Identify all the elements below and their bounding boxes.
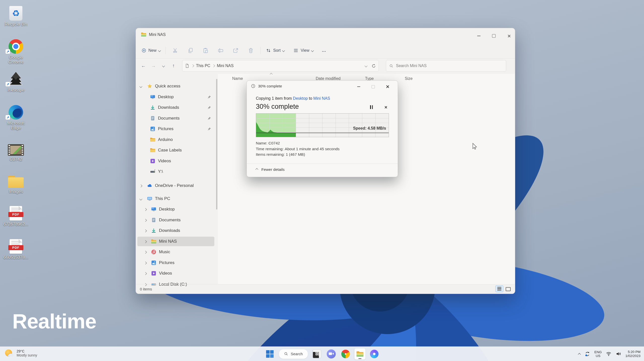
up-button[interactable]: ↑ bbox=[169, 61, 179, 70]
desktop-icon-c0742-video[interactable]: C0742 bbox=[2, 138, 30, 162]
chevron-collapsed-icon[interactable] bbox=[144, 229, 147, 232]
refresh-icon[interactable] bbox=[371, 64, 376, 68]
sidebar-item-y-drive[interactable]: Y:\ bbox=[137, 167, 214, 176]
sidebar-quick-access[interactable]: Quick access bbox=[137, 81, 214, 91]
rename-button[interactable] bbox=[215, 45, 226, 56]
chevron-collapsed-icon[interactable] bbox=[139, 184, 142, 187]
chevron-expanded-icon[interactable] bbox=[139, 85, 142, 88]
wifi-icon[interactable] bbox=[606, 351, 612, 357]
sidebar-pc-pictures[interactable]: Pictures bbox=[137, 258, 214, 268]
location-file-icon bbox=[185, 64, 189, 68]
chevron-collapsed-icon[interactable] bbox=[144, 272, 147, 275]
pause-button[interactable] bbox=[370, 105, 373, 109]
weather-widget[interactable]: 29°C Mostly sunny bbox=[5, 348, 37, 358]
fewer-details-toggle[interactable]: Fewer details bbox=[256, 167, 285, 172]
sidebar-item-case-labels[interactable]: Case Labels bbox=[137, 145, 214, 155]
file-name-line: Name: C0742 bbox=[256, 141, 280, 145]
thumbnails-view-toggle[interactable] bbox=[504, 286, 512, 292]
window-tab[interactable]: Mini NAS bbox=[141, 32, 166, 37]
new-button[interactable]: New bbox=[139, 46, 163, 55]
sidebar-pc-mini-nas-selected[interactable]: Mini NAS bbox=[137, 237, 214, 246]
sidebar-item-pictures[interactable]: Pictures bbox=[137, 124, 214, 134]
search-box[interactable]: Search Mini NAS bbox=[386, 60, 506, 72]
delete-button[interactable] bbox=[245, 45, 256, 56]
breadcrumb-mini-nas[interactable]: Mini NAS bbox=[217, 64, 234, 68]
sidebar-pc-downloads[interactable]: Downloads bbox=[137, 226, 214, 235]
taskbar-search[interactable]: Search bbox=[279, 349, 308, 359]
dialog-title-bar[interactable]: 30% complete bbox=[251, 84, 282, 88]
chrome-icon bbox=[341, 350, 350, 358]
sidebar-pc-music[interactable]: Music bbox=[137, 247, 214, 257]
sidebar-item-arduino[interactable]: Arduino bbox=[137, 135, 214, 144]
minimize-button[interactable] bbox=[473, 32, 485, 40]
chat-button[interactable] bbox=[326, 348, 337, 359]
close-button[interactable] bbox=[503, 32, 515, 40]
this-pc-icon bbox=[147, 196, 152, 201]
sidebar-item-videos[interactable]: Videos bbox=[137, 156, 214, 166]
chevron-collapsed-icon[interactable] bbox=[144, 240, 147, 243]
paste-button[interactable] bbox=[200, 45, 211, 56]
forward-button[interactable]: → bbox=[148, 61, 158, 70]
pdf-file-icon: PDF bbox=[10, 206, 22, 221]
clock-date[interactable]: 5:20 PM 1/02/2023 bbox=[625, 350, 640, 358]
maximize-button[interactable] bbox=[488, 32, 500, 40]
volume-icon[interactable] bbox=[616, 351, 621, 357]
file-explorer-taskbar-button[interactable] bbox=[354, 348, 365, 359]
desktop-icon-recycle-bin[interactable]: ♻ Recycle Bin bbox=[2, 3, 30, 27]
source-link[interactable]: Desktop bbox=[293, 96, 308, 100]
sidebar-scrollbar[interactable] bbox=[216, 79, 217, 210]
sidebar-pc-documents[interactable]: Documents bbox=[137, 215, 214, 225]
copilot-taskbar-button[interactable] bbox=[369, 348, 380, 359]
sidebar-item-downloads[interactable]: Downloads bbox=[137, 103, 214, 112]
task-view-button[interactable] bbox=[311, 348, 322, 359]
view-button[interactable]: View bbox=[291, 46, 316, 55]
title-bar[interactable]: Mini NAS bbox=[136, 28, 515, 43]
details-view-toggle[interactable] bbox=[495, 285, 503, 292]
dialog-maximize-button[interactable] bbox=[368, 83, 378, 91]
desktop-icon-microsoft-edge[interactable]: ↗ Microsoft Edge bbox=[2, 101, 30, 130]
language-indicator[interactable]: ENG US bbox=[594, 350, 602, 358]
copy-button[interactable] bbox=[185, 45, 196, 56]
column-header-name[interactable]: Name bbox=[232, 76, 243, 81]
desktop-icon-pdf-2[interactable]: PDF 660515378... bbox=[2, 236, 30, 260]
hidden-icons-chevron[interactable] bbox=[578, 353, 581, 356]
chevron-collapsed-icon[interactable] bbox=[144, 251, 147, 253]
sidebar-pc-videos[interactable]: Videos bbox=[137, 269, 214, 278]
column-header-size[interactable]: Size bbox=[405, 76, 413, 81]
chevron-expanded-icon[interactable] bbox=[139, 197, 142, 200]
desktop-icon-google-chrome[interactable]: ↗ Google Chrome bbox=[2, 36, 30, 65]
desktop-icon-pdf-1[interactable]: PDF 672678962... bbox=[2, 202, 30, 227]
sidebar-onedrive[interactable]: OneDrive - Personal bbox=[137, 181, 214, 190]
address-bar[interactable]: This PC Mini NAS bbox=[182, 60, 379, 72]
chat-camera-icon bbox=[327, 349, 336, 358]
dialog-title: 30% complete bbox=[258, 84, 282, 88]
share-button[interactable] bbox=[230, 45, 241, 56]
sidebar-this-pc[interactable]: This PC bbox=[137, 194, 214, 203]
copy-icon bbox=[187, 47, 193, 54]
dialog-close-button[interactable] bbox=[383, 83, 393, 91]
chevron-collapsed-icon[interactable] bbox=[144, 219, 147, 222]
sidebar-pc-desktop[interactable]: Desktop bbox=[137, 204, 214, 214]
chevron-collapsed-icon[interactable] bbox=[144, 208, 147, 211]
breadcrumb-this-pc[interactable]: This PC bbox=[196, 64, 210, 68]
desktop-icon-images-folder[interactable]: Images bbox=[2, 170, 30, 194]
back-button[interactable]: ← bbox=[138, 61, 148, 70]
destination-link[interactable]: Mini NAS bbox=[313, 96, 330, 100]
sidebar-item-desktop[interactable]: Desktop bbox=[137, 92, 214, 102]
start-button[interactable] bbox=[264, 348, 275, 359]
dialog-minimize-button[interactable] bbox=[354, 83, 364, 91]
chrome-taskbar-button[interactable] bbox=[340, 348, 351, 359]
sort-button[interactable]: Sort bbox=[263, 46, 287, 55]
address-dropdown-icon[interactable] bbox=[365, 64, 367, 67]
chevron-collapsed-icon[interactable] bbox=[144, 262, 147, 264]
task-view-icon bbox=[313, 350, 321, 358]
cut-button[interactable] bbox=[170, 45, 181, 56]
sync-icon[interactable] bbox=[584, 351, 590, 357]
sidebar-item-documents[interactable]: Documents bbox=[137, 114, 214, 123]
recent-locations-button[interactable] bbox=[158, 61, 169, 70]
desktop-icon-inkscape[interactable]: ↗ Inkscape bbox=[2, 68, 30, 92]
dialog-divider bbox=[247, 164, 398, 164]
chevron-down-icon bbox=[311, 49, 314, 52]
more-options-button[interactable]: ... bbox=[319, 46, 329, 55]
status-bar: 0 items bbox=[136, 284, 515, 294]
